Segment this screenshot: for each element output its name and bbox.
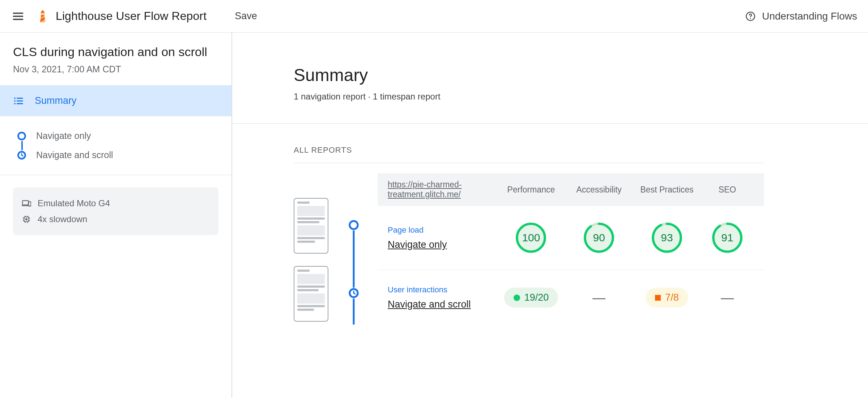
save-button[interactable]: Save	[235, 10, 257, 22]
svg-rect-9	[22, 200, 28, 205]
sidebar-steps: Navigate only Navigate and scroll	[0, 116, 231, 175]
flow-date: Nov 3, 2021, 7:00 AM CDT	[13, 64, 218, 75]
gauge-performance[interactable]: 100	[514, 221, 548, 254]
column-performance: Performance	[497, 185, 565, 195]
report-url[interactable]: https://pie-charmed-treatment.glitch.me/	[388, 180, 497, 199]
svg-rect-10	[29, 202, 31, 206]
svg-point-3	[750, 18, 751, 19]
app-title: Lighthouse User Flow Report	[56, 9, 207, 23]
step-label: Navigate only	[36, 131, 91, 141]
navigation-icon	[348, 220, 359, 230]
page-title: Summary	[294, 65, 868, 85]
step-link[interactable]: Navigate and scroll	[388, 299, 497, 310]
menu-button[interactable]	[11, 9, 25, 24]
summary-label: Summary	[35, 95, 77, 106]
gauge-seo[interactable]: 91	[711, 221, 744, 254]
env-cpu-label: 4x slowdown	[38, 214, 87, 224]
env-device: Emulated Moto G4	[22, 195, 210, 211]
cpu-icon	[22, 215, 31, 224]
gauge-accessibility[interactable]: 90	[582, 221, 616, 254]
screenshot-thumbnail[interactable]	[294, 198, 328, 254]
device-icon	[22, 199, 31, 208]
screenshot-thumbnail[interactable]	[294, 266, 328, 322]
table-row: Page load Navigate only 100 90 93 91	[378, 206, 764, 270]
env-cpu: 4x slowdown	[22, 211, 210, 227]
not-applicable: —	[592, 290, 605, 305]
not-applicable: —	[721, 290, 734, 305]
main: Summary 1 navigation report · 1 timespan…	[232, 33, 868, 398]
svg-point-4	[14, 97, 16, 99]
fraction-badge-best-practices[interactable]: 7/8	[646, 288, 688, 308]
section-label: ALL REPORTS	[294, 145, 764, 155]
help-link[interactable]: Understanding Flows	[745, 10, 857, 22]
sidebar-step-navigate-and-scroll[interactable]: Navigate and scroll	[17, 145, 231, 165]
column-seo: SEO	[701, 185, 754, 195]
all-reports-section: ALL REPORTS	[232, 124, 825, 356]
svg-point-6	[14, 103, 16, 104]
svg-point-13	[350, 221, 358, 229]
page-subtitle: 1 navigation report · 1 timespan report	[294, 92, 868, 102]
summary-icon	[13, 96, 24, 106]
svg-point-5	[14, 100, 16, 102]
column-accessibility: Accessibility	[565, 185, 633, 195]
timespan-icon	[348, 288, 359, 298]
table-row: User interactions Navigate and scroll 19…	[378, 270, 764, 325]
table-header: https://pie-charmed-treatment.glitch.me/…	[378, 173, 764, 206]
hamburger-icon	[12, 10, 24, 22]
average-square-icon	[655, 295, 661, 301]
flow-header: CLS during navigation and on scroll Nov …	[0, 33, 231, 86]
topbar: Lighthouse User Flow Report Save Underst…	[0, 0, 868, 33]
timeline-column	[347, 173, 360, 356]
column-best-practices: Best Practices	[633, 185, 701, 195]
svg-point-7	[18, 132, 25, 140]
step-label: Navigate and scroll	[36, 150, 113, 160]
pass-dot-icon	[514, 295, 520, 301]
environment-box: Emulated Moto G4 4x slowdown	[13, 187, 218, 235]
fraction-badge-performance[interactable]: 19/20	[504, 288, 558, 308]
flow-title: CLS during navigation and on scroll	[13, 45, 218, 59]
navigation-icon	[17, 131, 27, 141]
report-table: https://pie-charmed-treatment.glitch.me/…	[378, 173, 764, 325]
timespan-icon	[17, 150, 27, 160]
sidebar: CLS during navigation and on scroll Nov …	[0, 33, 232, 398]
step-kind: Page load	[388, 225, 497, 235]
main-header: Summary 1 navigation report · 1 timespan…	[232, 33, 868, 123]
help-icon	[745, 11, 756, 21]
sidebar-step-navigate-only[interactable]: Navigate only	[17, 126, 231, 145]
lighthouse-icon	[38, 10, 48, 23]
env-device-label: Emulated Moto G4	[38, 198, 110, 208]
step-link[interactable]: Navigate only	[388, 239, 497, 250]
help-label: Understanding Flows	[762, 10, 857, 22]
divider	[294, 163, 764, 163]
thumbnail-column	[294, 173, 330, 322]
gauge-best-practices[interactable]: 93	[650, 221, 684, 254]
svg-rect-12	[25, 218, 27, 220]
sidebar-item-summary[interactable]: Summary	[0, 86, 231, 116]
step-kind: User interactions	[388, 285, 497, 295]
timeline-connector	[353, 224, 355, 325]
svg-rect-1	[41, 13, 44, 14]
